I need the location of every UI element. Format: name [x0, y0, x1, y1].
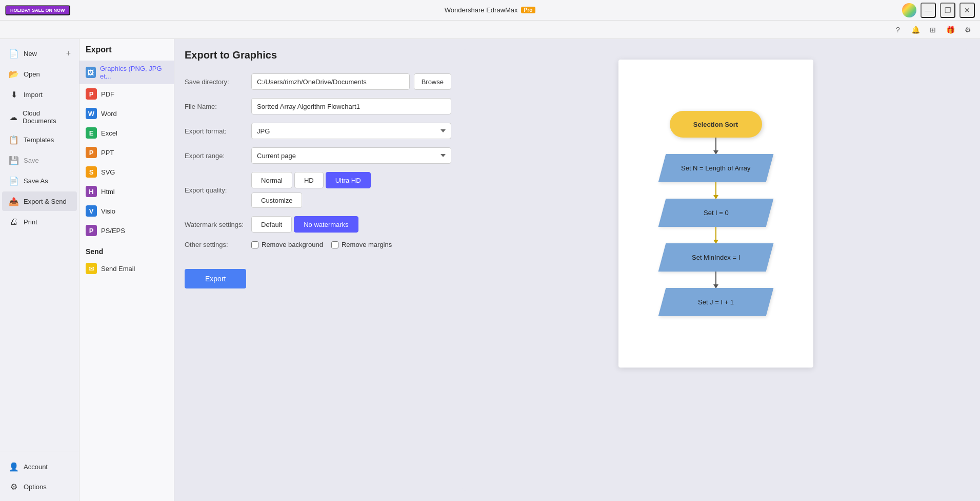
- remove-margins-item[interactable]: Remove margins: [331, 241, 392, 248]
- flowchart-node-start: Selection Sort: [670, 111, 762, 138]
- sidebar-label-open: Open: [24, 70, 40, 78]
- send-section-title: Send: [79, 240, 174, 259]
- import-icon: ⬇: [8, 89, 19, 100]
- export-range-control: Current page All pages Selected shapes: [251, 147, 451, 164]
- export-format-row: Export format: JPG PNG BMP SVG PDF: [185, 123, 451, 139]
- preview-canvas: Selection Sort Set N = Length of Array: [618, 60, 813, 368]
- sidebar-item-saveas[interactable]: 📄 Save As: [2, 171, 77, 190]
- flowchart-node-step1: Set N = Length of Array: [658, 154, 773, 182]
- quality-hd-button[interactable]: HD: [294, 172, 324, 188]
- sidebar-item-cloud[interactable]: ☁ Cloud Documents: [2, 105, 77, 129]
- export-panel: Export 🖼 Graphics (PNG, JPG et... P PDF …: [79, 39, 174, 501]
- flowchart-node-step3: Set MinIndex = I: [658, 243, 773, 272]
- sidebar-item-save[interactable]: 💾 Save: [2, 150, 77, 170]
- main-layout: 📄 New + 📂 Open ⬇ Import ☁ Cloud Document…: [0, 39, 980, 501]
- user-avatar[interactable]: [902, 3, 916, 17]
- export-quality-label: Export quality:: [185, 186, 251, 194]
- checkbox-group: Remove background Remove margins: [251, 241, 451, 248]
- remove-background-checkbox[interactable]: [251, 241, 258, 248]
- sidebar-item-templates[interactable]: 📋 Templates: [2, 130, 77, 149]
- svg-label: SVG: [101, 168, 115, 176]
- sidebar-label-options: Options: [24, 483, 47, 491]
- visio-icon: V: [86, 205, 97, 217]
- new-icon: 📄: [8, 48, 19, 59]
- flow-arrow-3: [715, 227, 716, 243]
- sidebar-item-print[interactable]: 🖨 Print: [2, 212, 77, 232]
- minimize-button[interactable]: —: [921, 3, 936, 18]
- close-button[interactable]: ✕: [959, 3, 975, 18]
- watermark-default-button[interactable]: Default: [251, 216, 292, 233]
- flow-arrow-2: [715, 182, 716, 199]
- remove-margins-label: Remove margins: [342, 241, 392, 248]
- export-item-pdf[interactable]: P PDF: [79, 84, 174, 104]
- flowchart-node-step2: Set I = 0: [658, 199, 773, 227]
- export-form: Export to Graphics Save directory: Brows…: [185, 49, 451, 491]
- left-sidebar: 📄 New + 📂 Open ⬇ Import ☁ Cloud Document…: [0, 39, 79, 501]
- sidebar-label-new: New: [24, 50, 37, 57]
- quality-ultrahd-button[interactable]: Ultra HD: [326, 172, 371, 188]
- other-settings-row: Other settings: Remove background Remove…: [185, 241, 451, 248]
- notification-icon[interactable]: 🔔: [909, 24, 922, 36]
- sidebar-item-new[interactable]: 📄 New +: [2, 44, 77, 63]
- sidebar-item-export[interactable]: 📤 Export & Send: [2, 191, 77, 211]
- watermark-control: Default No watermarks: [251, 216, 451, 233]
- sidebar-item-account[interactable]: 👤 Account: [2, 457, 77, 476]
- sidebar-item-options[interactable]: ⚙ Options: [2, 477, 77, 496]
- app-title: Wondershare EdrawMax: [445, 6, 518, 14]
- toolbar: ? 🔔 ⊞ 🎁 ⚙: [0, 21, 980, 39]
- file-name-label: File Name:: [185, 103, 251, 110]
- svg-icon: S: [86, 166, 97, 178]
- gift-icon[interactable]: 🎁: [944, 24, 956, 36]
- export-range-label: Export range:: [185, 152, 251, 160]
- maximize-button[interactable]: ❐: [940, 3, 955, 18]
- file-name-input[interactable]: [251, 98, 451, 114]
- titlebar-title: Wondershare EdrawMax Pro: [445, 6, 536, 14]
- titlebar: Wondershare EdrawMax Pro HOLIDAY SALE ON…: [0, 0, 980, 21]
- export-item-excel[interactable]: E Excel: [79, 123, 174, 143]
- ppt-label: PPT: [101, 149, 114, 157]
- export-item-visio[interactable]: V Visio: [79, 201, 174, 221]
- sidebar-label-account: Account: [24, 463, 48, 471]
- pdf-icon: P: [86, 88, 97, 100]
- quality-normal-button[interactable]: Normal: [251, 172, 292, 188]
- export-item-svg[interactable]: S SVG: [79, 162, 174, 182]
- sidebar-label-cloud: Cloud Documents: [23, 109, 71, 125]
- export-format-select[interactable]: JPG PNG BMP SVG PDF: [251, 123, 451, 139]
- export-button[interactable]: Export: [185, 269, 246, 288]
- sidebar-label-print: Print: [24, 218, 37, 226]
- save-directory-input[interactable]: [251, 73, 410, 90]
- remove-background-item[interactable]: Remove background: [251, 241, 323, 248]
- cloud-icon: ☁: [8, 111, 18, 123]
- flowchart: Selection Sort Set N = Length of Array: [662, 111, 770, 316]
- titlebar-right: — ❐ ✕: [902, 0, 975, 21]
- grid-icon[interactable]: ⊞: [927, 24, 939, 36]
- watermark-group: Default No watermarks: [251, 216, 451, 233]
- export-item-html[interactable]: H Html: [79, 182, 174, 201]
- email-label: Send Email: [101, 265, 135, 273]
- holiday-sale-button[interactable]: HOLIDAY SALE ON NOW: [5, 5, 70, 15]
- export-item-pseps[interactable]: P PS/EPS: [79, 221, 174, 240]
- main-content: Export to Graphics Save directory: Brows…: [174, 39, 980, 501]
- export-item-ppt[interactable]: P PPT: [79, 143, 174, 162]
- export-item-graphics[interactable]: 🖼 Graphics (PNG, JPG et...: [79, 61, 174, 84]
- remove-background-label: Remove background: [262, 241, 323, 248]
- sidebar-label-save: Save: [24, 157, 39, 164]
- save-directory-control: Browse: [251, 73, 451, 90]
- open-icon: 📂: [8, 68, 19, 80]
- export-range-row: Export range: Current page All pages Sel…: [185, 147, 451, 164]
- remove-margins-checkbox[interactable]: [331, 241, 338, 248]
- export-icon: 📤: [8, 196, 19, 207]
- templates-icon: 📋: [8, 134, 19, 145]
- sidebar-item-open[interactable]: 📂 Open: [2, 64, 77, 84]
- other-settings-label: Other settings:: [185, 241, 251, 248]
- watermark-none-button[interactable]: No watermarks: [294, 216, 358, 233]
- sidebar-item-import[interactable]: ⬇ Import: [2, 85, 77, 104]
- settings-icon[interactable]: ⚙: [962, 24, 974, 36]
- export-item-word[interactable]: W Word: [79, 104, 174, 123]
- export-item-email[interactable]: ✉ Send Email: [79, 259, 174, 278]
- customize-button[interactable]: Customize: [251, 192, 302, 208]
- flow-arrow-4: [715, 272, 716, 288]
- export-range-select[interactable]: Current page All pages Selected shapes: [251, 147, 451, 164]
- browse-button[interactable]: Browse: [414, 73, 451, 90]
- help-icon[interactable]: ?: [892, 24, 904, 36]
